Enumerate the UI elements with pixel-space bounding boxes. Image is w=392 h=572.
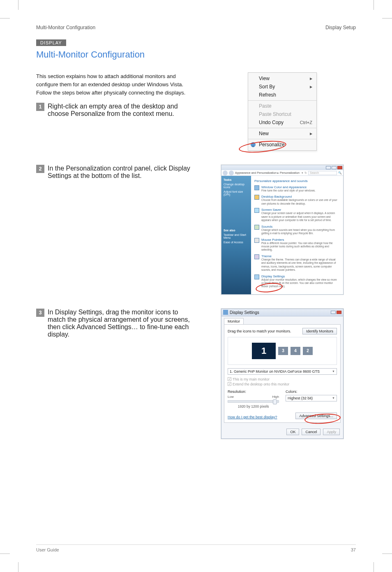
cp-link-screensaver[interactable]: Screen Saver: [261, 208, 281, 212]
ctx-new[interactable]: New: [248, 129, 316, 138]
sounds-icon: [254, 225, 259, 230]
figure-3-display-settings-window: Display Settings Monitor Drag the icons …: [221, 309, 344, 439]
cp-link-window-color[interactable]: Window Color and Appearance: [261, 185, 307, 189]
cp-desc: Pick a different mouse pointer. You can …: [261, 242, 340, 252]
forward-button-icon[interactable]: [229, 171, 234, 175]
monitor-icon-1[interactable]: 1: [252, 343, 276, 359]
slider-low-label: Low: [228, 395, 234, 399]
checkbox-extend-desktop: ✓Extend the desktop onto this monitor: [228, 382, 337, 386]
maximize-button[interactable]: [332, 166, 337, 169]
cp-heading: Personalize appearance and sounds: [254, 179, 340, 183]
monitor-icon-3[interactable]: 3: [278, 347, 288, 355]
sidebar-link-change-icons[interactable]: Change desktop icons: [224, 183, 249, 189]
close-button[interactable]: [337, 166, 342, 169]
ds-tab-monitor[interactable]: Monitor: [224, 318, 244, 324]
sidebar-link-taskbar[interactable]: Taskbar and Start Menu: [224, 233, 249, 239]
cp-desc: Change your screen saver or adjust when …: [261, 212, 340, 222]
ctx-paste-shortcut: Paste Shortcut: [248, 110, 316, 118]
monitor-icon-2[interactable]: 2: [303, 347, 313, 355]
resolution-label: Resolution:: [228, 390, 279, 394]
cp-link-theme[interactable]: Theme: [261, 254, 272, 258]
footer-page-number: 37: [351, 547, 356, 552]
cp-desc: Change the theme. Themes can change a wi…: [261, 258, 340, 272]
page-footer: User Guide 37: [36, 544, 356, 552]
colors-dropdown[interactable]: Highest (32 bit): [286, 395, 337, 401]
ctx-sort-by[interactable]: Sort By: [248, 83, 316, 91]
theme-icon: [254, 254, 259, 259]
resolution-slider[interactable]: [228, 400, 279, 403]
ctx-undo-shortcut: Ctrl+Z: [300, 120, 312, 125]
ctx-view[interactable]: View: [248, 74, 316, 83]
checkbox-main-monitor: ✓This is my main monitor: [228, 377, 337, 381]
step-3-text: In Display Settings, drag the monitor ic…: [48, 309, 196, 338]
running-header: Multi-Monitor Configuration Display Setu…: [36, 25, 356, 30]
ds-instruction: Drag the icons to match your monitors.: [228, 329, 291, 333]
slider-thumb[interactable]: [273, 399, 277, 404]
cp-link-sounds[interactable]: Sounds: [261, 225, 272, 228]
figure-2-personalization-window: Appearance and Personalization ▸ Persona…: [221, 165, 344, 295]
search-input[interactable]: Search: [308, 171, 337, 175]
resolution-value: 1920 by 1200 pixels: [228, 404, 279, 408]
callout-circle-personalize: [238, 139, 287, 155]
sidebar-link-adjust-dpi[interactable]: Adjust font size (DPI): [224, 190, 249, 196]
ds-title-text: Display Settings: [230, 310, 259, 315]
cp-desc: Change which sounds are heard when you d…: [261, 228, 340, 235]
display-settings-title-icon: [223, 310, 228, 315]
cancel-button[interactable]: Cancel: [302, 429, 321, 435]
cp-link-desktop-bg[interactable]: Desktop Background: [261, 195, 292, 198]
window-color-icon: [254, 185, 259, 190]
cp-link-mouse[interactable]: Mouse Pointers: [261, 238, 284, 242]
ctx-separator-2: [248, 128, 316, 128]
ds-close-button[interactable]: [337, 311, 341, 314]
ctx-undo-copy[interactable]: Undo Copy Ctrl+Z: [248, 118, 316, 127]
ds-help-button[interactable]: [331, 311, 336, 314]
step-1-number: 1: [36, 103, 44, 111]
sidebar-seealso-header: See also: [224, 229, 249, 232]
colors-label: Colors:: [286, 390, 337, 394]
minimize-button[interactable]: [326, 166, 331, 169]
breadcrumb[interactable]: Appearance and Personalization ▸ Persona…: [235, 171, 300, 175]
step-2-text: In the Personalization control panel, cl…: [48, 165, 196, 180]
monitor-select-dropdown[interactable]: 1. Generic PnP Monitor on NVIDIA GeForce…: [228, 368, 337, 375]
display-settings-icon: [254, 274, 259, 279]
help-link-best-display[interactable]: How do I get the best display?: [228, 415, 277, 419]
apply-button: Apply: [323, 429, 340, 435]
mouse-icon: [254, 238, 259, 243]
cp-link-display-settings[interactable]: Display Settings: [261, 274, 285, 278]
intro-paragraph: This section explains how to attach addi…: [36, 72, 196, 97]
step-1-text: Right-click an empty area of the desktop…: [48, 103, 196, 118]
identify-monitors-button[interactable]: Identify Monitors: [302, 328, 337, 334]
step-2-number: 2: [36, 165, 44, 173]
page-title: Multi-Monitor Configuration: [36, 49, 356, 60]
cp-sidebar: Tasks Change desktop icons Adjust font s…: [221, 176, 251, 294]
section-tag: DISPLAY: [36, 39, 66, 46]
footer-product: User Guide: [36, 547, 59, 552]
sidebar-tasks-header: Tasks: [224, 178, 249, 181]
cp-main: Personalize appearance and sounds Window…: [251, 176, 343, 294]
ctx-refresh[interactable]: Refresh: [248, 91, 316, 99]
ctx-separator-3: [248, 139, 316, 139]
ok-button[interactable]: OK: [286, 429, 299, 435]
search-icon[interactable]: 🔍: [338, 171, 342, 175]
screensaver-icon: [254, 208, 259, 213]
monitor-icon-4[interactable]: 4: [291, 347, 300, 355]
desktop-bg-icon: [254, 195, 259, 200]
header-right: Display Setup: [325, 25, 356, 30]
cp-address-bar: Appearance and Personalization ▸ Persona…: [221, 170, 343, 176]
figure-1-context-menu: View Sort By Refresh Paste Paste Shortcu…: [248, 72, 317, 151]
ds-titlebar: Display Settings: [221, 309, 343, 316]
cp-desc: Choose from available backgrounds or col…: [261, 198, 340, 205]
step-3-number: 3: [36, 309, 44, 317]
ctx-separator: [248, 100, 316, 101]
ctx-paste: Paste: [248, 102, 316, 110]
cp-desc: Fine tune the color and style of your wi…: [261, 189, 316, 192]
header-left: Multi-Monitor Configuration: [36, 25, 95, 30]
cp-titlebar: [221, 165, 343, 170]
monitor-arrangement-area[interactable]: 1 3 4 2: [228, 337, 337, 365]
sidebar-link-ease[interactable]: Ease of Access: [224, 241, 249, 244]
slider-high-label: High: [272, 395, 279, 399]
back-button-icon[interactable]: [223, 171, 228, 175]
